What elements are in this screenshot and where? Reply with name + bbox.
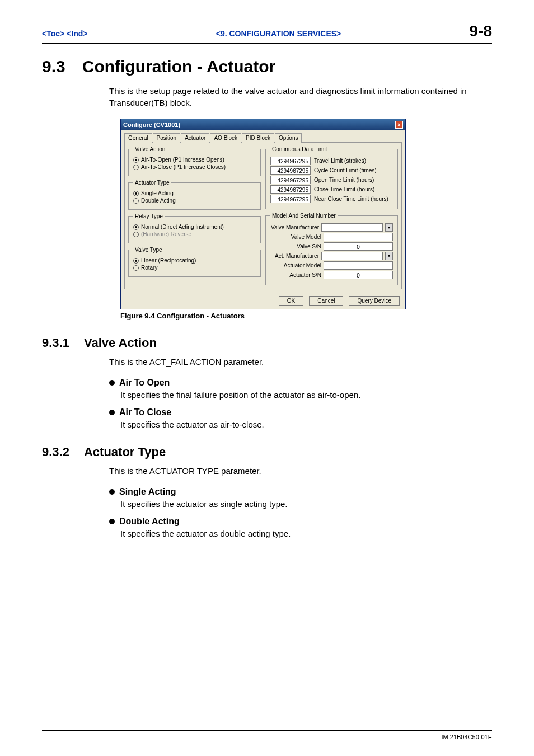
valve-model-input[interactable] bbox=[324, 233, 393, 241]
radio-air-to-open[interactable]: Air-To-Open (P1 Increase Opens) bbox=[133, 157, 256, 163]
radio-icon bbox=[133, 191, 139, 196]
bullet-double-acting: Double Acting bbox=[109, 516, 492, 527]
section-intro: This is the setup page related to the va… bbox=[109, 85, 492, 109]
bullet-air-to-open-text: It specifies the final failure position … bbox=[120, 390, 492, 400]
model-serial-group: Model And Serial Number Valve Manufactur… bbox=[265, 213, 398, 285]
cycle-count-label: Cycle Count Limit (times) bbox=[314, 167, 377, 173]
valve-sn-label: Valve S/N bbox=[297, 243, 321, 250]
right-column: Continuous Data Limit 4294967295Travel L… bbox=[265, 146, 398, 285]
section-title-text: Configuration - Actuator bbox=[82, 57, 276, 76]
subsection-title: Actuator Type bbox=[84, 445, 166, 459]
radio-single-acting[interactable]: Single Acting bbox=[133, 190, 256, 196]
bullet-air-to-open: Air To Open bbox=[109, 378, 492, 388]
relay-type-legend: Relay Type bbox=[133, 213, 165, 219]
left-column: Valve Action Air-To-Open (P1 Increase Op… bbox=[128, 146, 261, 285]
page-footer: IM 21B04C50-01E bbox=[42, 730, 492, 740]
actuator-type-legend: Actuator Type bbox=[133, 180, 171, 186]
radio-label: Air-To-Close (P1 Increase Closes) bbox=[141, 164, 226, 170]
open-time-label: Open Time Limit (hours) bbox=[314, 177, 374, 183]
valve-sn-input[interactable]: 0 bbox=[324, 242, 393, 251]
open-time-input[interactable]: 4294967295 bbox=[270, 176, 311, 184]
valve-type-group: Valve Type Linear (Reciprocating) Rotary bbox=[128, 247, 261, 277]
bullet-double-acting-text: It specifies the actuator as double acti… bbox=[120, 529, 492, 538]
subsection-931-heading: 9.3.1 Valve Action bbox=[42, 336, 492, 350]
relay-type-group: Relay Type Normal (Direct Acting Instrum… bbox=[128, 213, 261, 243]
radio-rotary[interactable]: Rotary bbox=[133, 265, 256, 271]
close-time-label: Close Time Limit (hours) bbox=[314, 186, 374, 192]
section-heading: 9.3 Configuration - Actuator bbox=[42, 57, 492, 76]
act-model-label: Actuator Model bbox=[284, 262, 321, 269]
close-time-input[interactable]: 4294967295 bbox=[270, 185, 311, 194]
header-section: <9. CONFIGURATION SERVICES> bbox=[216, 29, 341, 38]
act-mfr-label: Act. Manufacturer bbox=[275, 253, 319, 259]
act-model-input[interactable] bbox=[324, 261, 393, 270]
act-sn-row: Actuator S/N0 bbox=[270, 271, 393, 279]
dialog-title: Configure (CV1001) bbox=[123, 121, 180, 128]
open-time-row: 4294967295Open Time Limit (hours) bbox=[270, 176, 393, 184]
radio-label: (Hardware) Reverse bbox=[141, 231, 191, 237]
ok-button[interactable]: OK bbox=[279, 296, 303, 306]
page-number: 9-8 bbox=[470, 22, 492, 40]
bullet-title: Single Acting bbox=[119, 487, 176, 497]
cont-limit-legend: Continuous Data Limit bbox=[270, 146, 329, 152]
radio-label: Air-To-Open (P1 Increase Opens) bbox=[141, 157, 224, 163]
actuator-type-group: Actuator Type Single Acting Double Actin… bbox=[128, 180, 261, 210]
tab-general[interactable]: General bbox=[124, 133, 152, 143]
travel-limit-input[interactable]: 4294967295 bbox=[270, 157, 311, 165]
subsection-931-intro: This is the ACT_FAIL ACTION parameter. bbox=[109, 356, 492, 368]
figure-container: Configure (CV1001) × General Position Ac… bbox=[120, 119, 475, 320]
chevron-down-icon[interactable]: ▾ bbox=[385, 252, 393, 260]
bullet-title: Air To Open bbox=[119, 378, 170, 388]
radio-label: Linear (Reciprocating) bbox=[141, 257, 196, 264]
model-serial-legend: Model And Serial Number bbox=[270, 213, 338, 219]
near-close-time-label: Near Close Time Limit (hours) bbox=[314, 196, 388, 202]
bullet-title: Air To Close bbox=[119, 407, 171, 417]
toc-link[interactable]: <Toc> bbox=[42, 29, 64, 38]
radio-air-to-close[interactable]: Air-To-Close (P1 Increase Closes) bbox=[133, 164, 256, 170]
radio-icon bbox=[133, 258, 139, 264]
bullet-single-acting-text: It specifies the actuator as single acti… bbox=[120, 499, 492, 509]
act-model-row: Actuator Model bbox=[270, 261, 393, 270]
bullet-air-to-close-text: It specifies the actuator as air-to-clos… bbox=[120, 420, 492, 429]
near-close-time-input[interactable]: 4294967295 bbox=[270, 195, 311, 203]
subsection-title: Valve Action bbox=[84, 336, 157, 350]
ind-link[interactable]: <Ind> bbox=[67, 29, 87, 38]
cancel-button[interactable]: Cancel bbox=[309, 296, 343, 306]
subsection-932-intro: This is the ACTUATOR TYPE parameter. bbox=[109, 465, 492, 477]
continuous-data-limit-group: Continuous Data Limit 4294967295Travel L… bbox=[265, 146, 398, 209]
radio-icon bbox=[133, 232, 139, 237]
valve-type-legend: Valve Type bbox=[133, 247, 164, 253]
radio-linear[interactable]: Linear (Reciprocating) bbox=[133, 257, 256, 264]
dialog-tabs: General Position Actuator AO Block PID B… bbox=[121, 130, 405, 142]
close-time-row: 4294967295Close Time Limit (hours) bbox=[270, 185, 393, 194]
radio-icon bbox=[133, 157, 139, 163]
radio-relay-normal[interactable]: Normal (Direct Acting Instrument) bbox=[133, 224, 256, 230]
tab-pidblock[interactable]: PID Block bbox=[242, 133, 274, 143]
subsection-number: 9.3.2 bbox=[42, 445, 69, 459]
close-icon[interactable]: × bbox=[395, 121, 403, 129]
header-left: <Toc> <Ind> bbox=[42, 29, 87, 38]
valve-action-group: Valve Action Air-To-Open (P1 Increase Op… bbox=[128, 146, 261, 176]
radio-icon bbox=[133, 198, 139, 204]
radio-label: Rotary bbox=[141, 265, 157, 271]
radio-double-acting[interactable]: Double Acting bbox=[133, 198, 256, 204]
tab-options[interactable]: Options bbox=[275, 133, 302, 143]
valve-action-legend: Valve Action bbox=[133, 146, 167, 152]
valve-sn-row: Valve S/N0 bbox=[270, 242, 393, 251]
tab-body: Valve Action Air-To-Open (P1 Increase Op… bbox=[124, 142, 402, 289]
chevron-down-icon[interactable]: ▾ bbox=[385, 223, 393, 232]
subsection-number: 9.3.1 bbox=[42, 336, 69, 350]
valve-mfr-input[interactable] bbox=[321, 223, 383, 232]
query-device-button[interactable]: Query Device bbox=[349, 296, 400, 306]
tab-actuator[interactable]: Actuator bbox=[181, 133, 209, 143]
doc-id: IM 21B04C50-01E bbox=[442, 734, 493, 740]
valve-model-label: Valve Model bbox=[291, 234, 321, 240]
radio-icon bbox=[133, 265, 139, 271]
dialog-buttons: OK Cancel Query Device bbox=[121, 293, 405, 309]
act-mfr-input[interactable] bbox=[321, 252, 383, 260]
cycle-count-input[interactable]: 4294967295 bbox=[270, 166, 311, 175]
tab-aoblock[interactable]: AO Block bbox=[210, 133, 241, 143]
act-sn-input[interactable]: 0 bbox=[324, 271, 393, 279]
tab-position[interactable]: Position bbox=[153, 133, 181, 143]
valve-mfr-row: Valve Manufacturer▾ bbox=[270, 223, 393, 232]
